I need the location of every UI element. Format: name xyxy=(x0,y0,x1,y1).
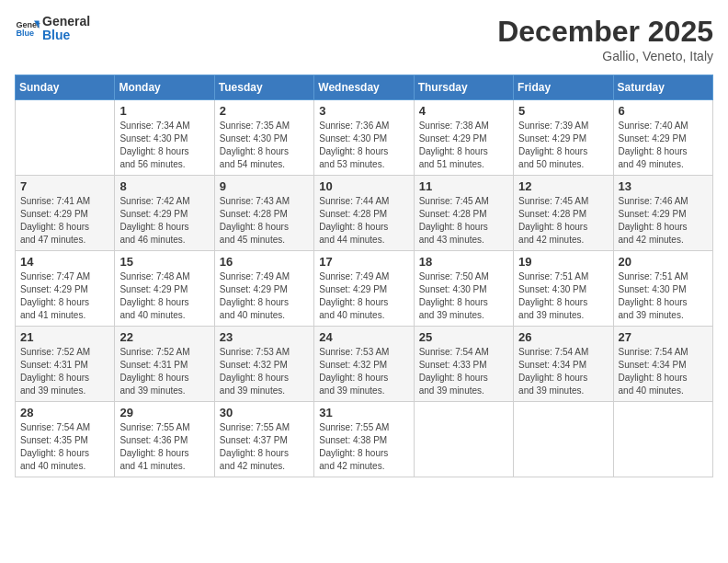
day-info: Sunrise: 7:53 AM Sunset: 4:32 PM Dayligh… xyxy=(319,346,408,397)
day-info: Sunrise: 7:55 AM Sunset: 4:37 PM Dayligh… xyxy=(220,421,309,473)
day-number: 15 xyxy=(119,255,209,269)
day-number: 23 xyxy=(220,330,309,344)
page-header: General Blue General Blue December 2025 … xyxy=(15,15,713,63)
day-info: Sunrise: 7:47 AM Sunset: 4:29 PM Dayligh… xyxy=(20,270,109,322)
location-title: Gallio, Veneto, Italy xyxy=(497,49,713,63)
calendar-cell: 7Sunrise: 7:41 AM Sunset: 4:29 PM Daylig… xyxy=(16,176,115,251)
day-number: 22 xyxy=(119,330,209,344)
day-info: Sunrise: 7:54 AM Sunset: 4:35 PM Dayligh… xyxy=(20,421,109,473)
weekday-header: Wednesday xyxy=(314,75,414,100)
calendar-cell: 5Sunrise: 7:39 AM Sunset: 4:29 PM Daylig… xyxy=(514,100,613,176)
weekday-header: Tuesday xyxy=(214,75,313,100)
day-number: 1 xyxy=(119,104,209,118)
day-number: 10 xyxy=(319,179,408,193)
title-block: December 2025 Gallio, Veneto, Italy xyxy=(497,15,713,63)
calendar-cell: 27Sunrise: 7:54 AM Sunset: 4:34 PM Dayli… xyxy=(613,327,712,402)
logo-blue: Blue xyxy=(42,29,90,42)
calendar-cell: 29Sunrise: 7:55 AM Sunset: 4:36 PM Dayli… xyxy=(115,402,214,477)
calendar-week-row: 28Sunrise: 7:54 AM Sunset: 4:35 PM Dayli… xyxy=(16,402,713,477)
calendar-cell: 19Sunrise: 7:51 AM Sunset: 4:30 PM Dayli… xyxy=(514,251,613,327)
day-info: Sunrise: 7:50 AM Sunset: 4:30 PM Dayligh… xyxy=(419,270,508,322)
calendar-week-row: 21Sunrise: 7:52 AM Sunset: 4:31 PM Dayli… xyxy=(16,327,713,402)
calendar-cell: 24Sunrise: 7:53 AM Sunset: 4:32 PM Dayli… xyxy=(314,327,414,402)
day-info: Sunrise: 7:39 AM Sunset: 4:29 PM Dayligh… xyxy=(518,120,608,171)
calendar-week-row: 7Sunrise: 7:41 AM Sunset: 4:29 PM Daylig… xyxy=(16,176,713,251)
calendar-cell: 8Sunrise: 7:42 AM Sunset: 4:29 PM Daylig… xyxy=(115,176,214,251)
calendar-cell: 15Sunrise: 7:48 AM Sunset: 4:29 PM Dayli… xyxy=(115,251,214,327)
calendar-cell: 12Sunrise: 7:45 AM Sunset: 4:28 PM Dayli… xyxy=(514,176,613,251)
day-number: 5 xyxy=(518,104,608,118)
day-number: 16 xyxy=(220,255,309,269)
day-info: Sunrise: 7:38 AM Sunset: 4:29 PM Dayligh… xyxy=(419,120,508,171)
calendar-cell xyxy=(514,402,613,477)
calendar-header-row: SundayMondayTuesdayWednesdayThursdayFrid… xyxy=(16,75,713,100)
day-number: 25 xyxy=(419,330,508,344)
day-info: Sunrise: 7:54 AM Sunset: 4:34 PM Dayligh… xyxy=(619,346,708,397)
calendar-cell: 11Sunrise: 7:45 AM Sunset: 4:28 PM Dayli… xyxy=(414,176,513,251)
day-info: Sunrise: 7:44 AM Sunset: 4:28 PM Dayligh… xyxy=(319,195,408,247)
weekday-header: Saturday xyxy=(613,75,712,100)
day-number: 14 xyxy=(20,255,109,269)
calendar-cell: 4Sunrise: 7:38 AM Sunset: 4:29 PM Daylig… xyxy=(414,100,513,176)
day-number: 4 xyxy=(419,104,508,118)
calendar-cell: 31Sunrise: 7:55 AM Sunset: 4:38 PM Dayli… xyxy=(314,402,414,477)
day-number: 30 xyxy=(220,406,309,419)
day-number: 8 xyxy=(119,179,209,193)
day-info: Sunrise: 7:48 AM Sunset: 4:29 PM Dayligh… xyxy=(119,270,209,322)
day-info: Sunrise: 7:40 AM Sunset: 4:29 PM Dayligh… xyxy=(619,120,708,171)
weekday-header: Thursday xyxy=(414,75,513,100)
calendar-cell xyxy=(613,402,712,477)
calendar-cell: 3Sunrise: 7:36 AM Sunset: 4:30 PM Daylig… xyxy=(314,100,414,176)
day-number: 13 xyxy=(619,179,708,193)
calendar-cell xyxy=(414,402,513,477)
calendar-cell: 17Sunrise: 7:49 AM Sunset: 4:29 PM Dayli… xyxy=(314,251,414,327)
day-info: Sunrise: 7:52 AM Sunset: 4:31 PM Dayligh… xyxy=(20,346,109,397)
day-number: 21 xyxy=(20,330,109,344)
day-info: Sunrise: 7:51 AM Sunset: 4:30 PM Dayligh… xyxy=(518,270,608,322)
month-title: December 2025 xyxy=(497,15,713,49)
calendar-cell: 20Sunrise: 7:51 AM Sunset: 4:30 PM Dayli… xyxy=(613,251,712,327)
day-info: Sunrise: 7:36 AM Sunset: 4:30 PM Dayligh… xyxy=(319,120,408,171)
day-number: 7 xyxy=(20,179,109,193)
logo-icon: General Blue xyxy=(15,16,40,41)
day-number: 2 xyxy=(220,104,309,118)
day-number: 3 xyxy=(319,104,408,118)
day-info: Sunrise: 7:43 AM Sunset: 4:28 PM Dayligh… xyxy=(220,195,309,247)
calendar-cell: 13Sunrise: 7:46 AM Sunset: 4:29 PM Dayli… xyxy=(613,176,712,251)
calendar-table: SundayMondayTuesdayWednesdayThursdayFrid… xyxy=(15,75,713,477)
day-number: 27 xyxy=(619,330,708,344)
day-info: Sunrise: 7:54 AM Sunset: 4:33 PM Dayligh… xyxy=(419,346,508,397)
calendar-cell: 10Sunrise: 7:44 AM Sunset: 4:28 PM Dayli… xyxy=(314,176,414,251)
day-info: Sunrise: 7:55 AM Sunset: 4:36 PM Dayligh… xyxy=(119,421,209,473)
weekday-header: Friday xyxy=(514,75,613,100)
day-number: 11 xyxy=(419,179,508,193)
logo: General Blue General Blue xyxy=(15,15,90,43)
calendar-cell: 9Sunrise: 7:43 AM Sunset: 4:28 PM Daylig… xyxy=(214,176,313,251)
calendar-cell: 26Sunrise: 7:54 AM Sunset: 4:34 PM Dayli… xyxy=(514,327,613,402)
calendar-cell: 16Sunrise: 7:49 AM Sunset: 4:29 PM Dayli… xyxy=(214,251,313,327)
day-info: Sunrise: 7:42 AM Sunset: 4:29 PM Dayligh… xyxy=(119,195,209,247)
day-number: 19 xyxy=(518,255,608,269)
day-number: 26 xyxy=(518,330,608,344)
calendar-cell: 21Sunrise: 7:52 AM Sunset: 4:31 PM Dayli… xyxy=(16,327,115,402)
svg-text:Blue: Blue xyxy=(16,29,34,39)
weekday-header: Sunday xyxy=(16,75,115,100)
day-info: Sunrise: 7:49 AM Sunset: 4:29 PM Dayligh… xyxy=(220,270,309,322)
day-info: Sunrise: 7:51 AM Sunset: 4:30 PM Dayligh… xyxy=(619,270,708,322)
day-info: Sunrise: 7:49 AM Sunset: 4:29 PM Dayligh… xyxy=(319,270,408,322)
calendar-cell: 30Sunrise: 7:55 AM Sunset: 4:37 PM Dayli… xyxy=(214,402,313,477)
day-info: Sunrise: 7:46 AM Sunset: 4:29 PM Dayligh… xyxy=(619,195,708,247)
day-info: Sunrise: 7:53 AM Sunset: 4:32 PM Dayligh… xyxy=(220,346,309,397)
day-info: Sunrise: 7:52 AM Sunset: 4:31 PM Dayligh… xyxy=(119,346,209,397)
calendar-cell: 22Sunrise: 7:52 AM Sunset: 4:31 PM Dayli… xyxy=(115,327,214,402)
day-number: 29 xyxy=(119,406,209,419)
day-number: 28 xyxy=(20,406,109,419)
calendar-cell xyxy=(16,100,115,176)
day-number: 18 xyxy=(419,255,508,269)
calendar-cell: 18Sunrise: 7:50 AM Sunset: 4:30 PM Dayli… xyxy=(414,251,513,327)
calendar-cell: 28Sunrise: 7:54 AM Sunset: 4:35 PM Dayli… xyxy=(16,402,115,477)
day-info: Sunrise: 7:55 AM Sunset: 4:38 PM Dayligh… xyxy=(319,421,408,473)
day-info: Sunrise: 7:45 AM Sunset: 4:28 PM Dayligh… xyxy=(419,195,508,247)
calendar-week-row: 14Sunrise: 7:47 AM Sunset: 4:29 PM Dayli… xyxy=(16,251,713,327)
weekday-header: Monday xyxy=(115,75,214,100)
